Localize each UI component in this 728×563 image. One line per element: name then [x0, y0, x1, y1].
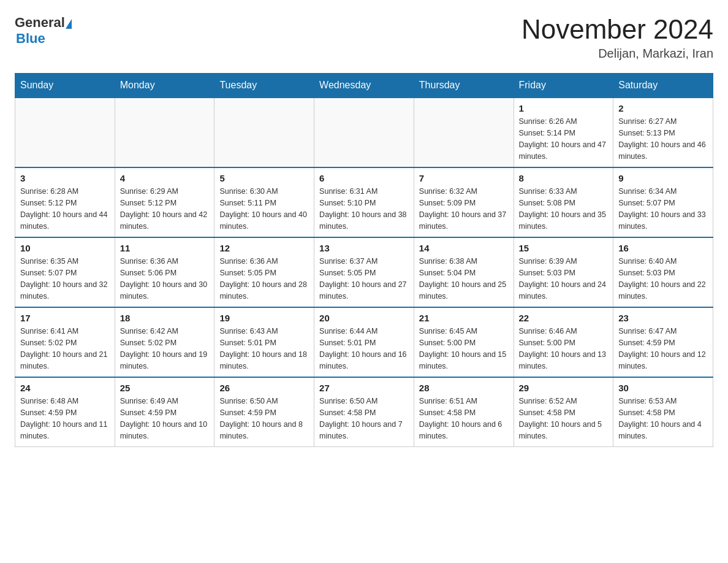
calendar-cell: [115, 98, 214, 167]
weekday-header-thursday: Thursday: [414, 74, 514, 98]
day-info: Sunrise: 6:27 AMSunset: 5:13 PMDaylight:…: [618, 116, 708, 162]
calendar-cell: 28Sunrise: 6:51 AMSunset: 4:58 PMDayligh…: [414, 377, 514, 447]
week-row-2: 3Sunrise: 6:28 AMSunset: 5:12 PMDaylight…: [15, 167, 713, 237]
day-number: 25: [120, 383, 210, 393]
day-info: Sunrise: 6:53 AMSunset: 4:58 PMDaylight:…: [618, 396, 708, 442]
calendar-cell: [214, 98, 314, 167]
calendar-cell: 23Sunrise: 6:47 AMSunset: 4:59 PMDayligh…: [613, 307, 713, 377]
location-subtitle: Delijan, Markazi, Iran: [521, 47, 713, 61]
calendar-cell: 2Sunrise: 6:27 AMSunset: 5:13 PMDaylight…: [613, 98, 713, 167]
calendar-cell: 10Sunrise: 6:35 AMSunset: 5:07 PMDayligh…: [15, 237, 115, 307]
day-number: 8: [519, 173, 609, 183]
calendar-cell: 5Sunrise: 6:30 AMSunset: 5:11 PMDaylight…: [214, 167, 314, 237]
day-info: Sunrise: 6:31 AMSunset: 5:10 PMDaylight:…: [319, 186, 409, 232]
day-info: Sunrise: 6:38 AMSunset: 5:04 PMDaylight:…: [419, 256, 509, 302]
day-number: 11: [120, 243, 210, 253]
day-info: Sunrise: 6:26 AMSunset: 5:14 PMDaylight:…: [519, 116, 609, 162]
day-number: 14: [419, 243, 509, 253]
calendar-cell: 12Sunrise: 6:36 AMSunset: 5:05 PMDayligh…: [214, 237, 314, 307]
calendar-cell: 15Sunrise: 6:39 AMSunset: 5:03 PMDayligh…: [514, 237, 613, 307]
calendar-cell: 11Sunrise: 6:36 AMSunset: 5:06 PMDayligh…: [115, 237, 214, 307]
day-info: Sunrise: 6:44 AMSunset: 5:01 PMDaylight:…: [319, 326, 409, 372]
weekday-header-wednesday: Wednesday: [314, 74, 414, 98]
day-number: 9: [618, 173, 708, 183]
logo-blue-text: Blue: [16, 31, 45, 46]
day-info: Sunrise: 6:40 AMSunset: 5:03 PMDaylight:…: [618, 256, 708, 302]
day-info: Sunrise: 6:50 AMSunset: 4:58 PMDaylight:…: [319, 396, 409, 442]
month-title: November 2024: [521, 15, 713, 44]
week-row-5: 24Sunrise: 6:48 AMSunset: 4:59 PMDayligh…: [15, 377, 713, 447]
calendar-cell: 25Sunrise: 6:49 AMSunset: 4:59 PMDayligh…: [115, 377, 214, 447]
calendar-cell: [314, 98, 414, 167]
calendar-cell: 3Sunrise: 6:28 AMSunset: 5:12 PMDaylight…: [15, 167, 115, 237]
calendar-table: SundayMondayTuesdayWednesdayThursdayFrid…: [15, 73, 713, 447]
day-number: 23: [618, 313, 708, 323]
day-info: Sunrise: 6:32 AMSunset: 5:09 PMDaylight:…: [419, 186, 509, 232]
calendar-cell: 20Sunrise: 6:44 AMSunset: 5:01 PMDayligh…: [314, 307, 414, 377]
day-info: Sunrise: 6:50 AMSunset: 4:59 PMDaylight:…: [219, 396, 309, 442]
day-number: 7: [419, 173, 509, 183]
calendar-cell: 14Sunrise: 6:38 AMSunset: 5:04 PMDayligh…: [414, 237, 514, 307]
week-row-4: 17Sunrise: 6:41 AMSunset: 5:02 PMDayligh…: [15, 307, 713, 377]
day-number: 17: [20, 313, 110, 323]
calendar-cell: 13Sunrise: 6:37 AMSunset: 5:05 PMDayligh…: [314, 237, 414, 307]
calendar-cell: 8Sunrise: 6:33 AMSunset: 5:08 PMDaylight…: [514, 167, 613, 237]
day-number: 20: [319, 313, 409, 323]
calendar-cell: 26Sunrise: 6:50 AMSunset: 4:59 PMDayligh…: [214, 377, 314, 447]
day-info: Sunrise: 6:29 AMSunset: 5:12 PMDaylight:…: [120, 186, 210, 232]
calendar-cell: 27Sunrise: 6:50 AMSunset: 4:58 PMDayligh…: [314, 377, 414, 447]
calendar-cell: 24Sunrise: 6:48 AMSunset: 4:59 PMDayligh…: [15, 377, 115, 447]
calendar-cell: 6Sunrise: 6:31 AMSunset: 5:10 PMDaylight…: [314, 167, 414, 237]
calendar-cell: 16Sunrise: 6:40 AMSunset: 5:03 PMDayligh…: [613, 237, 713, 307]
calendar-cell: [15, 98, 115, 167]
calendar-cell: 30Sunrise: 6:53 AMSunset: 4:58 PMDayligh…: [613, 377, 713, 447]
weekday-header-tuesday: Tuesday: [214, 74, 314, 98]
week-row-3: 10Sunrise: 6:35 AMSunset: 5:07 PMDayligh…: [15, 237, 713, 307]
day-info: Sunrise: 6:36 AMSunset: 5:05 PMDaylight:…: [219, 256, 309, 302]
day-number: 30: [618, 383, 708, 393]
weekday-header-friday: Friday: [514, 74, 613, 98]
day-number: 5: [219, 173, 309, 183]
calendar-cell: 29Sunrise: 6:52 AMSunset: 4:58 PMDayligh…: [514, 377, 613, 447]
day-number: 24: [20, 383, 110, 393]
day-number: 2: [618, 103, 708, 113]
day-number: 19: [219, 313, 309, 323]
day-number: 27: [319, 383, 409, 393]
weekday-header-row: SundayMondayTuesdayWednesdayThursdayFrid…: [15, 74, 713, 98]
calendar-cell: 9Sunrise: 6:34 AMSunset: 5:07 PMDaylight…: [613, 167, 713, 237]
calendar-cell: 1Sunrise: 6:26 AMSunset: 5:14 PMDaylight…: [514, 98, 613, 167]
day-number: 6: [319, 173, 409, 183]
weekday-header-saturday: Saturday: [613, 74, 713, 98]
day-info: Sunrise: 6:36 AMSunset: 5:06 PMDaylight:…: [120, 256, 210, 302]
calendar-cell: 18Sunrise: 6:42 AMSunset: 5:02 PMDayligh…: [115, 307, 214, 377]
calendar-cell: 17Sunrise: 6:41 AMSunset: 5:02 PMDayligh…: [15, 307, 115, 377]
day-number: 16: [618, 243, 708, 253]
day-info: Sunrise: 6:45 AMSunset: 5:00 PMDaylight:…: [419, 326, 509, 372]
day-number: 4: [120, 173, 210, 183]
calendar-cell: 21Sunrise: 6:45 AMSunset: 5:00 PMDayligh…: [414, 307, 514, 377]
day-info: Sunrise: 6:30 AMSunset: 5:11 PMDaylight:…: [219, 186, 309, 232]
title-block: November 2024 Delijan, Markazi, Iran: [521, 15, 713, 61]
day-number: 13: [319, 243, 409, 253]
day-info: Sunrise: 6:49 AMSunset: 4:59 PMDaylight:…: [120, 396, 210, 442]
day-number: 1: [519, 103, 609, 113]
day-number: 15: [519, 243, 609, 253]
day-number: 12: [219, 243, 309, 253]
calendar-cell: 19Sunrise: 6:43 AMSunset: 5:01 PMDayligh…: [214, 307, 314, 377]
day-number: 22: [519, 313, 609, 323]
day-number: 29: [519, 383, 609, 393]
day-info: Sunrise: 6:52 AMSunset: 4:58 PMDaylight:…: [519, 396, 609, 442]
day-info: Sunrise: 6:41 AMSunset: 5:02 PMDaylight:…: [20, 326, 110, 372]
logo: General Blue: [15, 15, 72, 47]
day-number: 18: [120, 313, 210, 323]
calendar-cell: 4Sunrise: 6:29 AMSunset: 5:12 PMDaylight…: [115, 167, 214, 237]
day-info: Sunrise: 6:47 AMSunset: 4:59 PMDaylight:…: [618, 326, 708, 372]
logo-triangle-icon: [66, 19, 72, 29]
week-row-1: 1Sunrise: 6:26 AMSunset: 5:14 PMDaylight…: [15, 98, 713, 167]
day-info: Sunrise: 6:48 AMSunset: 4:59 PMDaylight:…: [20, 396, 110, 442]
day-info: Sunrise: 6:28 AMSunset: 5:12 PMDaylight:…: [20, 186, 110, 232]
day-number: 3: [20, 173, 110, 183]
day-info: Sunrise: 6:33 AMSunset: 5:08 PMDaylight:…: [519, 186, 609, 232]
calendar-cell: [414, 98, 514, 167]
day-info: Sunrise: 6:43 AMSunset: 5:01 PMDaylight:…: [219, 326, 309, 372]
